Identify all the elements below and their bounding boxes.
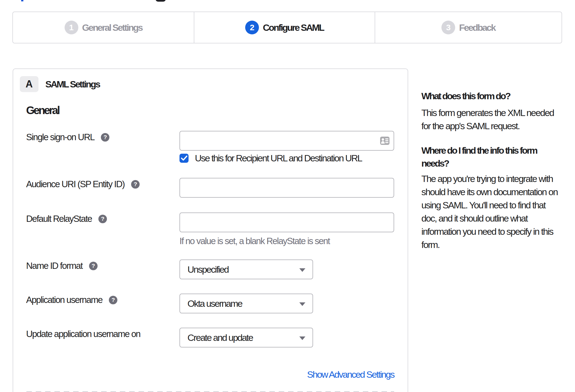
dropdown-arrow-icon <box>299 268 305 272</box>
recipient-url-checkbox-label: Use this for Recipient URL and Destinati… <box>195 153 362 164</box>
default-relaystate-label: Default RelayState ? <box>26 212 107 225</box>
default-relaystate-input[interactable] <box>179 212 394 232</box>
cutoff-title-descender-fragment <box>156 0 166 2</box>
default-relaystate-label-text: Default RelayState <box>26 214 92 224</box>
saml-settings-panel: A SAML Settings General Single sign-on U… <box>13 68 408 392</box>
relaystate-hint: If no value is set, a blank RelayState i… <box>179 236 330 247</box>
sidebar-heading-what: What does this form do? <box>421 90 562 103</box>
single-sign-on-url-label-text: Single sign-on URL <box>26 132 94 142</box>
sidebar-heading-where: Where do I find the info this form needs… <box>421 144 562 170</box>
step-3-number-badge: 3 <box>441 21 455 34</box>
wizard-stepbar: 1 General Settings 2 Configure SAML 3 Fe… <box>12 12 562 43</box>
step-3-label: Feedback <box>459 22 495 33</box>
name-id-format-label-text: Name ID format <box>26 261 82 271</box>
insert-variable-card-icon[interactable] <box>380 137 389 145</box>
step-1-label: General Settings <box>82 22 142 33</box>
step-1-number-badge: 1 <box>65 21 78 34</box>
update-application-username-select[interactable]: Create and update <box>179 328 313 347</box>
checkmark-icon <box>181 155 187 161</box>
name-id-format-help-icon[interactable]: ? <box>89 262 98 270</box>
show-advanced-settings-link[interactable]: Show Advanced Settings <box>307 368 394 380</box>
step-2-label: Configure SAML <box>263 22 324 33</box>
audience-uri-label: Audience URI (SP Entity ID) ? <box>26 178 140 191</box>
single-sign-on-url-input[interactable] <box>179 131 394 151</box>
default-relaystate-help-icon[interactable]: ? <box>98 215 107 223</box>
application-username-label-text: Application username <box>26 295 102 305</box>
update-application-username-label-text: Update application username on <box>26 329 140 339</box>
step-feedback[interactable]: 3 Feedback <box>375 12 562 43</box>
section-title: SAML Settings <box>45 76 100 92</box>
recipient-url-checkbox-row: Use this for Recipient URL and Destinati… <box>179 153 362 163</box>
name-id-format-label: Name ID format ? <box>26 260 98 272</box>
name-id-format-select[interactable]: Unspecified <box>179 260 313 279</box>
application-username-help-icon[interactable]: ? <box>109 296 117 304</box>
sidebar-para-what: This form generates the XML needed for t… <box>421 106 562 132</box>
single-sign-on-url-label: Single sign-on URL ? <box>26 131 109 143</box>
dropdown-arrow-icon <box>299 336 305 340</box>
single-sign-on-url-help-icon[interactable]: ? <box>101 133 109 142</box>
application-username-label: Application username ? <box>26 294 117 306</box>
cutoff-blue-text-fragment <box>21 0 23 1</box>
step-2-number-badge: 2 <box>245 21 259 34</box>
recipient-url-checkbox[interactable] <box>179 154 189 163</box>
audience-uri-label-text: Audience URI (SP Entity ID) <box>26 179 125 189</box>
section-a-badge: A <box>20 76 38 92</box>
step-general-settings[interactable]: 1 General Settings <box>13 12 194 43</box>
step-configure-saml[interactable]: 2 Configure SAML <box>194 12 375 43</box>
update-application-username-value: Create and update <box>187 332 253 343</box>
update-application-username-label: Update application username on <box>26 328 140 340</box>
application-username-select[interactable]: Okta username <box>179 294 313 313</box>
audience-uri-help-icon[interactable]: ? <box>131 180 140 189</box>
dropdown-arrow-icon <box>299 302 305 306</box>
general-group-heading: General <box>26 103 59 118</box>
sidebar-para-where: The app you're trying to integrate with … <box>421 172 562 251</box>
name-id-format-value: Unspecified <box>187 264 228 275</box>
application-username-value: Okta username <box>187 298 242 309</box>
audience-uri-input[interactable] <box>179 178 394 198</box>
